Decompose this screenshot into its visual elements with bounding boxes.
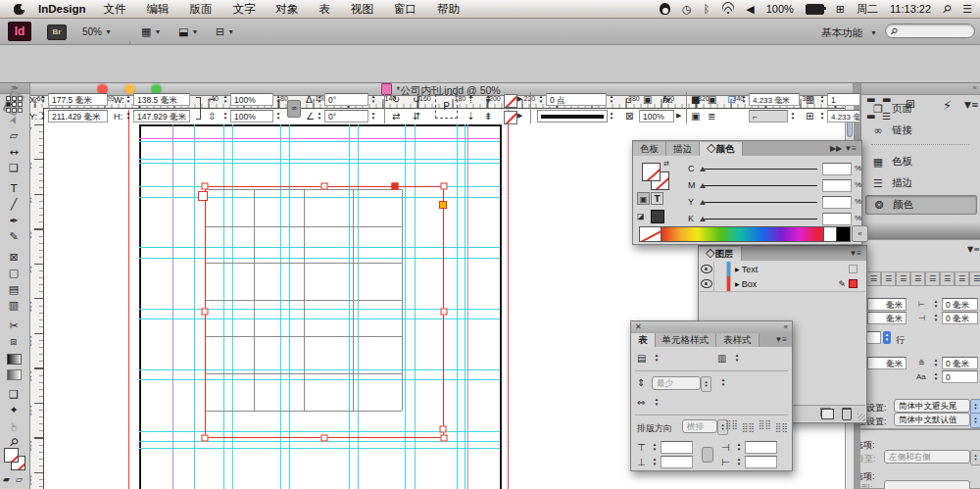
page-tool[interactable]: ▱: [3, 128, 24, 143]
line-count-stepper[interactable]: ▲▼: [883, 331, 891, 344]
selection-handle[interactable]: [202, 309, 209, 316]
channel-value-Y[interactable]: [822, 196, 852, 209]
indent-left-field[interactable]: 毫米: [867, 298, 906, 311]
inset-right-stepper[interactable]: ▲▼: [735, 456, 743, 468]
selection-handle[interactable]: [321, 435, 328, 442]
menu-item-0[interactable]: 文件: [104, 2, 126, 17]
space-after-stepper[interactable]: ▲▼: [932, 357, 940, 369]
view-options-dropdown[interactable]: ▦▼: [137, 24, 165, 39]
dock-header[interactable]: «: [861, 82, 980, 95]
stroke-weight-menu[interactable]: ▲▼: [608, 93, 615, 106]
ruler-guide[interactable]: [139, 141, 500, 142]
margin-guide[interactable]: [172, 124, 173, 489]
cell-align-bottom-icon[interactable]: ⣿⣿: [759, 419, 771, 429]
control-panel-menu-icon[interactable]: ▼≡: [964, 99, 978, 112]
layer-visibility-cell[interactable]: [700, 276, 714, 291]
screen-mode-dropdown[interactable]: ⬓▼: [174, 24, 202, 39]
paragraph-panel-menu-icon[interactable]: ▼≡: [967, 243, 980, 256]
menu-item-5[interactable]: 表: [319, 2, 331, 17]
corner-options-icon[interactable]: ⊡: [727, 93, 735, 106]
shear-field[interactable]: 0°: [324, 110, 368, 122]
qq-icon[interactable]: [660, 3, 670, 15]
ruler-guide[interactable]: [139, 448, 500, 449]
selection-handle[interactable]: [321, 183, 328, 190]
selection-handle[interactable]: [440, 426, 447, 433]
justify-button-3[interactable]: ☰: [910, 271, 925, 286]
dock-item-swatches[interactable]: ▦色板: [865, 152, 977, 171]
magenta-guide[interactable]: [139, 138, 500, 139]
rotate-ccw-icon[interactable]: ↺: [413, 93, 420, 106]
align-bottom-icon[interactable]: ▬: [866, 110, 875, 122]
space-after-field[interactable]: 0 毫米: [942, 357, 978, 369]
fill-color-swatch[interactable]: [504, 111, 517, 124]
justify-button-5[interactable]: ☰: [940, 271, 955, 286]
color-tab-1[interactable]: 描边: [666, 142, 700, 156]
layer-expand-icon[interactable]: ▶: [731, 262, 742, 276]
last-color-swatch[interactable]: [651, 210, 664, 223]
scale-x-stepper[interactable]: ▲▼: [221, 93, 229, 106]
frame-out-port[interactable]: [198, 191, 208, 201]
selection-handle[interactable]: [441, 309, 448, 316]
scale-y-stepper[interactable]: ▲▼: [221, 110, 229, 122]
scale-y-menu[interactable]: ▲▼: [274, 110, 282, 122]
bridge-button[interactable]: Br: [47, 24, 67, 40]
inset-link-icon[interactable]: [702, 447, 713, 463]
default-colors-icon[interactable]: ◪: [637, 210, 645, 222]
justify-icon[interactable]: ☰: [882, 110, 891, 122]
apply-color-icon[interactable]: ▰: [3, 473, 10, 486]
free-transform-tool[interactable]: ⧈: [3, 334, 24, 349]
justify-button-0[interactable]: ☰: [866, 271, 881, 286]
rectangle-tool[interactable]: ▢: [3, 266, 24, 280]
corner-shape-menu[interactable]: ▲▼: [789, 110, 797, 122]
column-guide[interactable]: [465, 124, 466, 489]
justify-button-7[interactable]: ☰: [969, 271, 980, 286]
channel-slider-knob-Y[interactable]: [700, 200, 706, 205]
scale-x-field[interactable]: 100%: [230, 93, 273, 106]
menu-item-6[interactable]: 视图: [351, 2, 373, 17]
object-style-icon[interactable]: ▫: [625, 93, 632, 106]
layer-lock-cell[interactable]: [714, 262, 727, 276]
table-tab-1[interactable]: 单元格样式: [656, 333, 717, 347]
corner-shape-dropdown[interactable]: ⌐: [749, 110, 788, 122]
columns-field[interactable]: 1: [827, 93, 860, 106]
frame-fitting-icon[interactable]: ⧈: [906, 97, 915, 110]
shear-stepper[interactable]: ▲▼: [316, 110, 323, 122]
justify-button-2[interactable]: ☰: [896, 271, 910, 286]
arrange-documents-dropdown[interactable]: ⊟▼: [212, 24, 238, 39]
scale-x-menu[interactable]: ▲▼: [274, 93, 282, 106]
selection-handle[interactable]: [202, 183, 209, 190]
layer-row-box[interactable]: ▶Box✎: [700, 276, 865, 292]
eye-icon[interactable]: [701, 279, 712, 288]
layers-resize-grip[interactable]: [858, 414, 865, 421]
time-machine-icon[interactable]: ◷: [682, 3, 692, 16]
notification-center-icon[interactable]: ☰: [962, 3, 972, 16]
page-edge[interactable]: [500, 124, 502, 489]
stroke-style-menu[interactable]: ▲▼: [608, 110, 615, 122]
note-tool[interactable]: ❑: [3, 387, 24, 402]
cell-align-justify-icon[interactable]: ⣿⣿: [775, 422, 788, 432]
wifi-icon[interactable]: [721, 4, 734, 14]
wrap-to-dd-icon[interactable]: ▲▼: [970, 450, 980, 465]
scissors-tool[interactable]: ✂: [3, 318, 24, 333]
app-menu[interactable]: InDesign: [38, 3, 86, 15]
spotlight-icon[interactable]: ⚲: [940, 2, 955, 17]
new-layer-icon[interactable]: [821, 409, 834, 419]
menu-day[interactable]: 周二: [857, 2, 878, 17]
indent-last-stepper[interactable]: ▲▼: [932, 312, 940, 324]
margin-guide[interactable]: [467, 124, 468, 489]
vertical-ruler[interactable]: 020406080100120140160180200: [29, 108, 44, 489]
align-top-icon[interactable]: ▬: [866, 93, 875, 106]
gradient-feather-tool[interactable]: [3, 367, 24, 381]
panel-collapse-icon[interactable]: ▶▶ ▼≡: [825, 142, 861, 156]
none-color-ramp-swatch[interactable]: [639, 226, 662, 242]
wrap-none-icon[interactable]: ■: [691, 93, 700, 106]
affect-text-icon[interactable]: T: [651, 192, 663, 205]
justify-button-6[interactable]: ☰: [955, 271, 969, 286]
stroke-style-dropdown[interactable]: [537, 110, 608, 122]
h-field[interactable]: 147.929 毫米: [133, 110, 190, 122]
ruler-guide[interactable]: [139, 159, 500, 160]
flip-horizontal-icon[interactable]: ⇄: [392, 110, 400, 122]
table-tab-2[interactable]: 表样式: [716, 333, 760, 347]
swap-fill-stroke-icon[interactable]: ⇄: [663, 158, 669, 171]
eye-icon[interactable]: [701, 265, 712, 273]
